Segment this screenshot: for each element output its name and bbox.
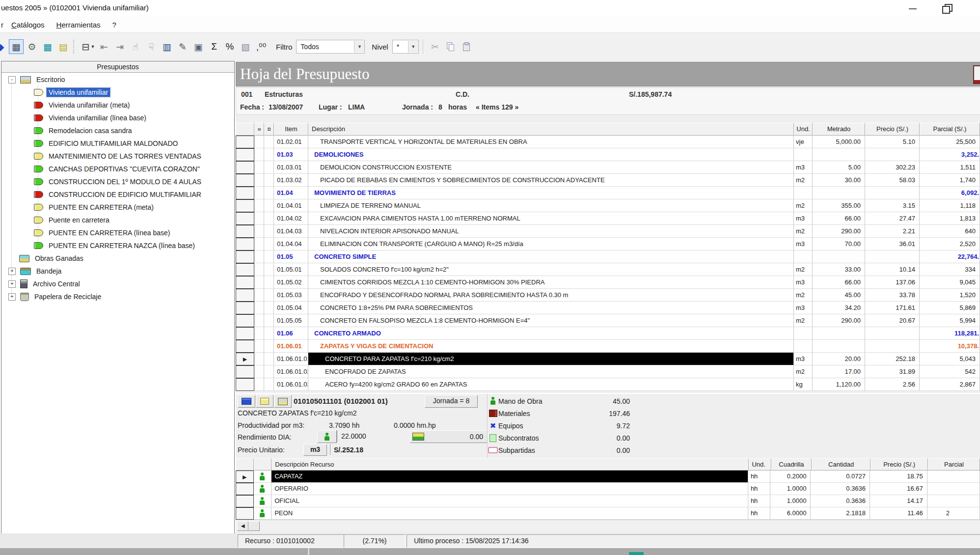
expand-toggle[interactable]: - <box>8 76 16 83</box>
resource-row[interactable]: OFICIALhh1.00000.363614.17 <box>236 495 980 507</box>
outdent-icon[interactable]: ⇤ <box>97 39 111 54</box>
budget-row[interactable]: 01.03DEMOLICIONES3,252. <box>236 148 980 161</box>
tree-item-label: CONSTRUCCION DE EDIFICIO MULTIFAMILIAR <box>47 190 203 199</box>
amounts-icon[interactable]: ▧ <box>238 39 253 54</box>
tree-item-label: PUENTE EN CARRETERA (línea base) <box>47 228 172 237</box>
cascade-icon[interactable]: ▣ <box>191 39 206 54</box>
edit-grid-icon[interactable]: ✎ <box>175 39 190 54</box>
tree-item[interactable]: Vivienda unifamiliar (meta) <box>1 99 234 111</box>
copy-icon[interactable] <box>443 39 458 54</box>
filtro-combobox[interactable]: Todos ▼ <box>296 40 365 54</box>
budget-row[interactable]: 01.04.04ELIMINACION CON TRANSPORTE (CARG… <box>236 238 980 250</box>
cost-category-row: ✖Equipos9.72 <box>488 419 630 432</box>
chevron-down-icon[interactable]: ▼ <box>91 44 95 49</box>
budget-row[interactable]: 01.03.01DEMOLICION CONSTRUCCION EXISTENT… <box>236 161 980 174</box>
indent-icon[interactable]: ⇥ <box>112 39 127 54</box>
precio-unidad[interactable]: m3 <box>303 444 327 456</box>
budget-row[interactable]: 01.04.03NIVELACION INTERIOR APISONADO MA… <box>236 225 980 238</box>
scroll-left-icon[interactable]: ◀ <box>237 521 248 531</box>
budget-row[interactable]: 01.05.04CONCRETO 1:8+25% PM PARA SOBRECI… <box>236 302 980 314</box>
budget-row[interactable]: 01.04.02EXCAVACION PARA CIMIENTOS HASTA … <box>236 212 980 225</box>
budget-row[interactable]: ▶01.06.01.01CONCRETO PARA ZAPATAS f'c=21… <box>236 353 980 365</box>
tree-item[interactable]: Vivienda unifamiliar (línea base) <box>1 111 234 124</box>
paste-icon[interactable] <box>459 39 474 54</box>
tree-item[interactable]: +Papelera de Reciclaje <box>1 290 234 303</box>
page-banner: Hoja del Presupuesto <box>236 62 980 86</box>
expand-toggle[interactable]: + <box>8 280 16 288</box>
hand-up-icon[interactable]: ☝ <box>128 39 143 54</box>
report-icon[interactable]: ▥ <box>160 39 174 54</box>
menu-item-?[interactable]: ? <box>107 20 122 30</box>
resources-horizontal-scrollbar[interactable]: ◀ <box>236 520 980 531</box>
rendimiento-value[interactable]: 22.0000 <box>337 430 385 442</box>
tree-item[interactable]: CANCHAS DEPORTIVAS "CUEVITA CORAZON" <box>1 163 234 175</box>
split-view-icon[interactable]: ⊟▼ <box>81 39 96 54</box>
budget-row[interactable]: 01.05.01SOLADOS CONCRETO f'c=100 kg/cm2 … <box>236 263 980 276</box>
equipo-rendimiento-box[interactable]: 0.00 <box>410 430 488 443</box>
resource-row[interactable]: OPERARIOhh1.00000.363616.67 <box>236 483 980 495</box>
precio-cell: 27.47 <box>865 212 920 225</box>
precio-cell: 36.01 <box>865 238 920 250</box>
resource-row[interactable]: ▶CAPATAZhh0.20000.072718.75 <box>236 471 980 483</box>
documents-button[interactable] <box>238 395 255 408</box>
budget-row[interactable]: 01.06.01ZAPATAS Y VIGAS DE CIMENTACION10… <box>236 340 980 353</box>
sum-icon[interactable]: Σ <box>207 39 221 54</box>
calculator-icon[interactable]: ▦ <box>40 39 55 54</box>
status-recurso: Recurso : 0101010002 <box>238 534 350 548</box>
budget-row[interactable]: 01.05.03ENCOFRADO Y DESENCOFRADO NORMAL … <box>236 289 980 302</box>
menu-item-herramientas[interactable]: Herramientas <box>51 20 107 30</box>
budget-row[interactable]: 01.04MOVIMIENTO DE TIERRAS6,092. <box>236 187 980 199</box>
tree-item[interactable]: +Bandeja <box>1 265 234 278</box>
budget-row[interactable]: 01.05.02CIMIENTOS CORRIDOS MEZCLA 1:10 C… <box>236 276 980 289</box>
flag-cell <box>254 302 264 314</box>
item-cell: 01.03.01 <box>274 161 308 174</box>
print-button[interactable] <box>274 395 292 408</box>
parcial-cell: 2,867 <box>920 378 980 391</box>
budget-row[interactable]: 01.04.01LIMPIEZA DE TERRENO MANUALm2355.… <box>236 199 980 212</box>
tree-item[interactable]: Puente en carretera <box>1 214 234 226</box>
catalog-button[interactable] <box>256 395 273 408</box>
minimize-button[interactable] <box>908 4 919 13</box>
tree-item[interactable]: PUENTE EN CARRETERA (línea base) <box>1 226 234 239</box>
tree-item[interactable]: Obras Ganadas <box>1 252 234 265</box>
tree-item[interactable]: Remodelacion casa sandra <box>1 124 234 137</box>
tree-item[interactable]: PUENTE EN CARRETERA NAZCA (línea base) <box>1 239 234 252</box>
budget-row[interactable]: 01.02.01TRANSPORTE VERTICAL Y HORIZONTAL… <box>236 136 980 148</box>
hoja-presupuesto-icon[interactable]: ▦ <box>9 39 24 54</box>
nivel-combobox[interactable]: * ▼ <box>392 40 419 54</box>
process-icon[interactable]: ⚙ <box>25 39 39 54</box>
tree-item[interactable]: PUENTE EN CARRETERA (meta) <box>1 201 234 214</box>
tree-item[interactable]: +Archivo Central <box>1 278 234 290</box>
budget-row[interactable]: 01.03.02PICADO DE REBABAS EN CIMIENTOS Y… <box>236 174 980 187</box>
expand-toggle[interactable]: + <box>8 268 16 275</box>
budget-row[interactable]: 01.05.05CONCRETO EN FALSOPISO MEZCLA 1:8… <box>236 314 980 327</box>
menu-item-catlogos[interactable]: Catálogos <box>5 20 51 30</box>
budget-row[interactable]: 01.06.01.03ACERO fy=4200 kg/cm2 GRADO 60… <box>236 378 980 391</box>
menu-item-partial[interactable]: r <box>0 20 5 30</box>
scrollbar-thumb[interactable] <box>248 521 260 531</box>
tree-item[interactable]: EDIFICIO MULTIFAMILIAR MALDONADO <box>1 137 234 150</box>
resource-row[interactable]: PEONhh6.00002.181811.462 <box>236 507 980 520</box>
percent-icon[interactable]: % <box>222 39 237 54</box>
jump-icon[interactable]: ◆ <box>0 39 8 54</box>
tree-item[interactable]: CONSTRUCCION DEL 1º MODULO DE 4 AULAS <box>1 175 234 188</box>
cut-icon[interactable]: ✂ <box>428 39 442 54</box>
chevron-down-icon[interactable]: ▼ <box>354 41 364 53</box>
budget-row[interactable]: 01.05CONCRETO SIMPLE22,764. <box>236 250 980 263</box>
chevron-down-icon[interactable]: ▼ <box>408 41 418 53</box>
budget-row[interactable]: 01.06.01.02ENCOFRADO DE ZAPATASm217.0031… <box>236 365 980 378</box>
restore-button[interactable] <box>942 4 953 13</box>
budget-info-row1: 001 Estructuras C.D. S/.185,987.74 <box>236 88 980 101</box>
rendimiento-worker-button[interactable] <box>317 430 337 443</box>
hand-down-icon[interactable]: ☟ <box>144 39 159 54</box>
tree-item[interactable]: MANTENIMIENTO DE LAS TORRES VENTADAS <box>1 150 234 163</box>
row-selector <box>236 365 254 378</box>
jornada-button[interactable]: Jornada = 8 <box>425 395 478 408</box>
decimals-icon[interactable]: ,⁰⁰ <box>254 39 269 54</box>
expand-toggle[interactable]: + <box>8 293 16 301</box>
catalog-icon[interactable]: ▤ <box>56 39 71 54</box>
tree-item[interactable]: -Escritorio <box>1 73 234 86</box>
budget-row[interactable]: 01.06CONCRETO ARMADO118,281. <box>236 327 980 340</box>
tree-item[interactable]: CONSTRUCCION DE EDIFICIO MULTIFAMILIAR <box>1 188 234 201</box>
tree-item[interactable]: Vivienda unifamiliar <box>1 86 234 99</box>
